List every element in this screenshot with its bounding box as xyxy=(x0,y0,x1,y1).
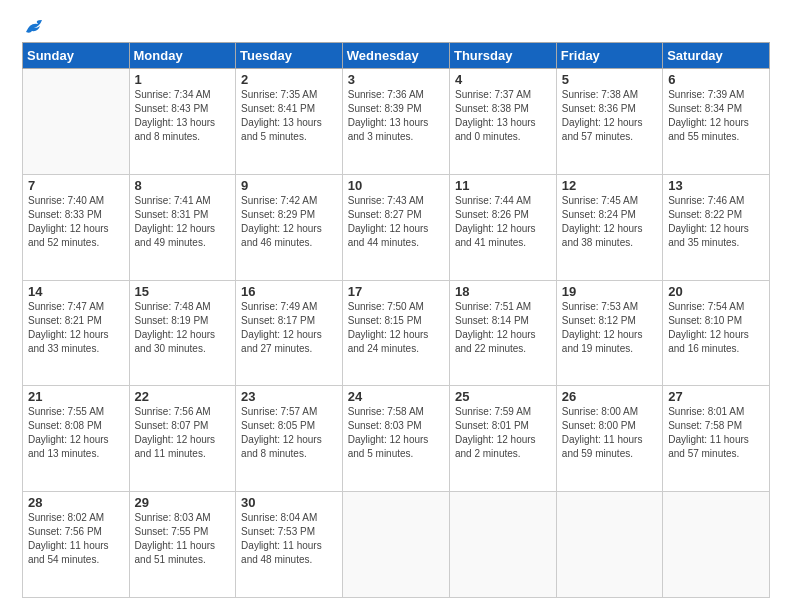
day-info: Sunrise: 7:39 AM Sunset: 8:34 PM Dayligh… xyxy=(668,88,764,144)
day-number: 15 xyxy=(135,284,231,299)
day-number: 23 xyxy=(241,389,337,404)
day-number: 1 xyxy=(135,72,231,87)
day-number: 25 xyxy=(455,389,551,404)
day-number: 30 xyxy=(241,495,337,510)
day-number: 8 xyxy=(135,178,231,193)
day-info: Sunrise: 7:54 AM Sunset: 8:10 PM Dayligh… xyxy=(668,300,764,356)
calendar-cell xyxy=(449,492,556,598)
day-info: Sunrise: 7:46 AM Sunset: 8:22 PM Dayligh… xyxy=(668,194,764,250)
day-number: 19 xyxy=(562,284,657,299)
day-info: Sunrise: 7:37 AM Sunset: 8:38 PM Dayligh… xyxy=(455,88,551,144)
day-info: Sunrise: 8:03 AM Sunset: 7:55 PM Dayligh… xyxy=(135,511,231,567)
day-info: Sunrise: 7:51 AM Sunset: 8:14 PM Dayligh… xyxy=(455,300,551,356)
logo xyxy=(22,18,48,32)
day-number: 11 xyxy=(455,178,551,193)
day-info: Sunrise: 7:49 AM Sunset: 8:17 PM Dayligh… xyxy=(241,300,337,356)
calendar-cell: 2Sunrise: 7:35 AM Sunset: 8:41 PM Daylig… xyxy=(236,69,343,175)
calendar-table: SundayMondayTuesdayWednesdayThursdayFrid… xyxy=(22,42,770,598)
day-info: Sunrise: 8:01 AM Sunset: 7:58 PM Dayligh… xyxy=(668,405,764,461)
day-info: Sunrise: 7:55 AM Sunset: 8:08 PM Dayligh… xyxy=(28,405,124,461)
calendar-cell: 20Sunrise: 7:54 AM Sunset: 8:10 PM Dayli… xyxy=(663,280,770,386)
weekday-header-sunday: Sunday xyxy=(23,43,130,69)
header xyxy=(22,18,770,32)
day-number: 13 xyxy=(668,178,764,193)
calendar-cell: 28Sunrise: 8:02 AM Sunset: 7:56 PM Dayli… xyxy=(23,492,130,598)
day-info: Sunrise: 7:35 AM Sunset: 8:41 PM Dayligh… xyxy=(241,88,337,144)
day-number: 5 xyxy=(562,72,657,87)
weekday-header-friday: Friday xyxy=(556,43,662,69)
calendar-week-row: 7Sunrise: 7:40 AM Sunset: 8:33 PM Daylig… xyxy=(23,174,770,280)
calendar-cell: 23Sunrise: 7:57 AM Sunset: 8:05 PM Dayli… xyxy=(236,386,343,492)
day-number: 18 xyxy=(455,284,551,299)
calendar-cell xyxy=(663,492,770,598)
day-number: 4 xyxy=(455,72,551,87)
day-number: 26 xyxy=(562,389,657,404)
day-number: 9 xyxy=(241,178,337,193)
calendar-cell xyxy=(556,492,662,598)
calendar-cell: 24Sunrise: 7:58 AM Sunset: 8:03 PM Dayli… xyxy=(342,386,449,492)
calendar-cell: 1Sunrise: 7:34 AM Sunset: 8:43 PM Daylig… xyxy=(129,69,236,175)
weekday-header-saturday: Saturday xyxy=(663,43,770,69)
day-info: Sunrise: 7:45 AM Sunset: 8:24 PM Dayligh… xyxy=(562,194,657,250)
calendar-cell: 25Sunrise: 7:59 AM Sunset: 8:01 PM Dayli… xyxy=(449,386,556,492)
calendar-week-row: 28Sunrise: 8:02 AM Sunset: 7:56 PM Dayli… xyxy=(23,492,770,598)
day-info: Sunrise: 7:57 AM Sunset: 8:05 PM Dayligh… xyxy=(241,405,337,461)
day-info: Sunrise: 7:42 AM Sunset: 8:29 PM Dayligh… xyxy=(241,194,337,250)
day-info: Sunrise: 7:58 AM Sunset: 8:03 PM Dayligh… xyxy=(348,405,444,461)
day-number: 28 xyxy=(28,495,124,510)
calendar-cell: 3Sunrise: 7:36 AM Sunset: 8:39 PM Daylig… xyxy=(342,69,449,175)
day-info: Sunrise: 7:34 AM Sunset: 8:43 PM Dayligh… xyxy=(135,88,231,144)
calendar-cell: 10Sunrise: 7:43 AM Sunset: 8:27 PM Dayli… xyxy=(342,174,449,280)
weekday-header-monday: Monday xyxy=(129,43,236,69)
calendar-cell: 16Sunrise: 7:49 AM Sunset: 8:17 PM Dayli… xyxy=(236,280,343,386)
calendar-cell: 14Sunrise: 7:47 AM Sunset: 8:21 PM Dayli… xyxy=(23,280,130,386)
calendar-cell: 4Sunrise: 7:37 AM Sunset: 8:38 PM Daylig… xyxy=(449,69,556,175)
calendar-cell: 30Sunrise: 8:04 AM Sunset: 7:53 PM Dayli… xyxy=(236,492,343,598)
day-number: 12 xyxy=(562,178,657,193)
day-info: Sunrise: 7:56 AM Sunset: 8:07 PM Dayligh… xyxy=(135,405,231,461)
day-number: 20 xyxy=(668,284,764,299)
day-info: Sunrise: 7:59 AM Sunset: 8:01 PM Dayligh… xyxy=(455,405,551,461)
weekday-header-row: SundayMondayTuesdayWednesdayThursdayFrid… xyxy=(23,43,770,69)
day-number: 21 xyxy=(28,389,124,404)
calendar-cell xyxy=(342,492,449,598)
calendar-cell: 6Sunrise: 7:39 AM Sunset: 8:34 PM Daylig… xyxy=(663,69,770,175)
calendar-cell: 18Sunrise: 7:51 AM Sunset: 8:14 PM Dayli… xyxy=(449,280,556,386)
calendar-cell: 15Sunrise: 7:48 AM Sunset: 8:19 PM Dayli… xyxy=(129,280,236,386)
day-info: Sunrise: 7:44 AM Sunset: 8:26 PM Dayligh… xyxy=(455,194,551,250)
calendar-cell: 5Sunrise: 7:38 AM Sunset: 8:36 PM Daylig… xyxy=(556,69,662,175)
calendar-week-row: 1Sunrise: 7:34 AM Sunset: 8:43 PM Daylig… xyxy=(23,69,770,175)
day-info: Sunrise: 7:48 AM Sunset: 8:19 PM Dayligh… xyxy=(135,300,231,356)
day-number: 7 xyxy=(28,178,124,193)
calendar-cell: 19Sunrise: 7:53 AM Sunset: 8:12 PM Dayli… xyxy=(556,280,662,386)
page: SundayMondayTuesdayWednesdayThursdayFrid… xyxy=(0,0,792,612)
calendar-cell: 13Sunrise: 7:46 AM Sunset: 8:22 PM Dayli… xyxy=(663,174,770,280)
day-info: Sunrise: 7:53 AM Sunset: 8:12 PM Dayligh… xyxy=(562,300,657,356)
day-number: 10 xyxy=(348,178,444,193)
day-number: 6 xyxy=(668,72,764,87)
day-info: Sunrise: 7:43 AM Sunset: 8:27 PM Dayligh… xyxy=(348,194,444,250)
day-info: Sunrise: 7:47 AM Sunset: 8:21 PM Dayligh… xyxy=(28,300,124,356)
day-info: Sunrise: 8:02 AM Sunset: 7:56 PM Dayligh… xyxy=(28,511,124,567)
calendar-week-row: 21Sunrise: 7:55 AM Sunset: 8:08 PM Dayli… xyxy=(23,386,770,492)
calendar-week-row: 14Sunrise: 7:47 AM Sunset: 8:21 PM Dayli… xyxy=(23,280,770,386)
day-number: 16 xyxy=(241,284,337,299)
day-info: Sunrise: 8:04 AM Sunset: 7:53 PM Dayligh… xyxy=(241,511,337,567)
weekday-header-thursday: Thursday xyxy=(449,43,556,69)
day-info: Sunrise: 7:36 AM Sunset: 8:39 PM Dayligh… xyxy=(348,88,444,144)
calendar-cell: 27Sunrise: 8:01 AM Sunset: 7:58 PM Dayli… xyxy=(663,386,770,492)
day-number: 22 xyxy=(135,389,231,404)
calendar-cell: 8Sunrise: 7:41 AM Sunset: 8:31 PM Daylig… xyxy=(129,174,236,280)
day-info: Sunrise: 7:50 AM Sunset: 8:15 PM Dayligh… xyxy=(348,300,444,356)
calendar-cell: 29Sunrise: 8:03 AM Sunset: 7:55 PM Dayli… xyxy=(129,492,236,598)
day-number: 17 xyxy=(348,284,444,299)
weekday-header-tuesday: Tuesday xyxy=(236,43,343,69)
day-number: 14 xyxy=(28,284,124,299)
calendar-cell: 26Sunrise: 8:00 AM Sunset: 8:00 PM Dayli… xyxy=(556,386,662,492)
day-info: Sunrise: 7:38 AM Sunset: 8:36 PM Dayligh… xyxy=(562,88,657,144)
weekday-header-wednesday: Wednesday xyxy=(342,43,449,69)
calendar-cell: 9Sunrise: 7:42 AM Sunset: 8:29 PM Daylig… xyxy=(236,174,343,280)
calendar-cell: 12Sunrise: 7:45 AM Sunset: 8:24 PM Dayli… xyxy=(556,174,662,280)
day-number: 2 xyxy=(241,72,337,87)
logo-bird-icon xyxy=(24,18,48,36)
